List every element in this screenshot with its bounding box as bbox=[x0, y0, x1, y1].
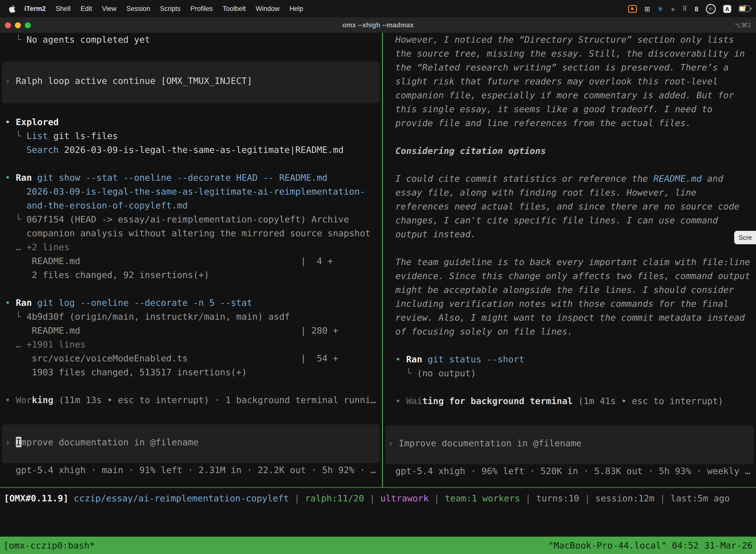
text-segment: However, I noticed the “Directory Struct… bbox=[395, 34, 734, 45]
tmux-session-name: [omx-cczip0:bash* bbox=[3, 540, 95, 551]
window-shortcut-hint: ⌥⌘1 bbox=[734, 21, 751, 29]
omx-session-status-bar: [OMX#0.11.9] cczip/essay/ai-reimplementa… bbox=[0, 493, 756, 507]
terminal-line: However, I noticed the “Directory Struct… bbox=[383, 34, 756, 48]
right-prompt-input[interactable]: › Improve documentation in @filename bbox=[385, 426, 754, 464]
menu-scripts[interactable]: Scripts bbox=[155, 5, 186, 12]
terminal-line: gpt-5.4 xhigh · 96% left · 520K in · 5.8… bbox=[383, 466, 756, 480]
terminal-line: • Explored bbox=[0, 117, 382, 130]
text-segment: Wor bbox=[16, 395, 32, 405]
text-segment: Ran bbox=[406, 354, 422, 365]
apple-menu-icon[interactable] bbox=[9, 5, 15, 13]
text-segment: (11m 13s • esc to interrupt) bbox=[53, 395, 209, 405]
terminal-line: companion file, especially if more comme… bbox=[383, 90, 756, 104]
text-segment: | bbox=[364, 493, 380, 503]
window-title: omx --xhigh --madmax bbox=[0, 21, 756, 29]
menu-help[interactable]: Help bbox=[285, 5, 308, 12]
terminal-content: └ No agents completed yet › Ralph loop a… bbox=[0, 33, 756, 487]
text-segment: Search bbox=[26, 145, 59, 155]
tmux-host-and-time: "MacBook-Pro-44.local" 04:52 31-Mar-26 bbox=[548, 540, 753, 551]
tmux-pane-right[interactable]: However, I noticed the “Directory Struct… bbox=[383, 33, 756, 487]
ralph-loop-banner: › Ralph loop active continue [OMX_TMUX_I… bbox=[2, 62, 380, 103]
menu-window[interactable]: Window bbox=[251, 5, 285, 12]
terminal-line: including verification notes with those … bbox=[383, 298, 756, 312]
terminal-line: › Improve documentation in @filename bbox=[385, 438, 754, 452]
tmux-status-bar: [omx-cczip0:bash* "MacBook-Pro-44.local"… bbox=[0, 537, 756, 554]
text-segment: • bbox=[5, 395, 16, 405]
terminal-line: evidence. Since this change only affects… bbox=[383, 271, 756, 284]
blue-app-icon[interactable]: ✳ bbox=[657, 5, 663, 13]
text-segment: Ralph loop active continue bbox=[16, 75, 161, 86]
terminal-line: Considering citation options bbox=[383, 146, 756, 159]
text-segment: └ bbox=[5, 214, 26, 224]
text-segment: [OMX#0.11.9] bbox=[4, 493, 74, 503]
dark-app-icon[interactable]: ● bbox=[671, 5, 675, 13]
text-segment: README.md bbox=[653, 173, 702, 184]
text-segment: | bbox=[429, 493, 445, 503]
battery-icon[interactable]: ⚡ bbox=[739, 5, 750, 12]
text-segment: session:12m bbox=[595, 493, 654, 503]
text-segment: The team guideline is to back every impo… bbox=[395, 257, 750, 267]
text-segment: No agents completed yet bbox=[26, 34, 150, 45]
terminal-line: gpt-5.4 xhigh · main · 91% left · 2.31M … bbox=[0, 465, 382, 479]
text-segment: README.md | 280 + bbox=[5, 325, 338, 336]
terminal-line: provide file and line references from th… bbox=[383, 118, 756, 131]
text-segment: | bbox=[579, 493, 595, 503]
text-segment: (1m 41s • esc to interrupt) bbox=[573, 396, 723, 406]
input-source-icon[interactable]: A bbox=[723, 5, 731, 13]
terminal-line: └ List git ls-files bbox=[0, 130, 382, 145]
text-segment: · 1 background terminal runni… bbox=[209, 395, 376, 405]
text-segment: king bbox=[32, 395, 53, 405]
text-segment: └ bbox=[5, 311, 26, 322]
battery-tip bbox=[750, 7, 752, 10]
terminal-line: companion analysis without altering the … bbox=[0, 228, 382, 242]
text-segment: I could cite commit statistics or refere… bbox=[395, 173, 653, 184]
text-segment: • bbox=[5, 297, 16, 308]
window-grid-icon[interactable]: ⊞ bbox=[644, 5, 650, 13]
menu-profiles[interactable]: Profiles bbox=[186, 5, 218, 12]
terminal-line bbox=[0, 158, 382, 172]
text-segment: List bbox=[26, 130, 48, 141]
terminal-line: I could cite commit statistics or refere… bbox=[383, 173, 756, 187]
pane-border-horizontal bbox=[0, 487, 756, 488]
text-segment: gpt-5.4 xhigh · main · 91% left · 2.31M … bbox=[5, 465, 376, 475]
menu-view[interactable]: View bbox=[97, 5, 121, 12]
left-prompt-input[interactable]: › Improve documentation in @filename bbox=[2, 425, 380, 463]
dots-grid-icon[interactable]: ⠿ bbox=[682, 5, 687, 12]
text-segment: › bbox=[5, 437, 16, 447]
terminal-line: └ No agents completed yet bbox=[0, 34, 382, 48]
menu-toolbelt[interactable]: Toolbelt bbox=[218, 5, 251, 12]
text-segment: • bbox=[5, 117, 16, 127]
screen-overlay-button[interactable]: Scre bbox=[734, 231, 756, 244]
terminal-line: the “Related research writing” section i… bbox=[383, 62, 756, 76]
terminal-line: … +2 lines bbox=[0, 242, 382, 256]
terminal-line: └ 4b9d30f (origin/main, instructkr/main,… bbox=[0, 311, 382, 325]
text-segment: • bbox=[395, 396, 406, 406]
menu-iterm2[interactable]: iTerm2 bbox=[19, 5, 51, 12]
terminal-line bbox=[383, 243, 756, 257]
terminal-line: • Waiting for background terminal (1m 41… bbox=[383, 396, 756, 409]
window-title-bar[interactable]: omx --xhigh --madmax ⌥⌘1 bbox=[0, 17, 756, 33]
text-segment: 1903 files changed, 513517 insertions(+) bbox=[5, 367, 247, 377]
text-segment: (no output) bbox=[417, 368, 476, 378]
terminal-line: • Ran git status --short bbox=[383, 354, 756, 368]
app-8-icon[interactable]: 8 bbox=[694, 5, 698, 13]
menu-session[interactable]: Session bbox=[121, 5, 155, 12]
record-dot-icon bbox=[631, 7, 633, 10]
screen-recording-icon[interactable] bbox=[628, 5, 637, 13]
text-segment: Wai bbox=[406, 396, 422, 406]
text-segment: references need actual files, and since … bbox=[395, 201, 739, 212]
terminal-line bbox=[0, 283, 382, 297]
right-prompt-text: › Improve documentation in @filename bbox=[385, 438, 754, 452]
text-segment: changes, I can't cite specific file line… bbox=[395, 215, 718, 225]
menu-shell[interactable]: Shell bbox=[51, 5, 76, 12]
terminal-line: src/voice/voiceModeEnabled.ts | 54 + bbox=[0, 353, 382, 367]
terminal-line: › Improve documentation in @filename bbox=[2, 437, 380, 451]
text-segment: companion analysis without altering the … bbox=[5, 228, 371, 238]
gauge-61-icon[interactable]: 61 bbox=[706, 4, 716, 14]
menu-edit[interactable]: Edit bbox=[76, 5, 97, 12]
text-segment: › bbox=[5, 75, 16, 86]
text-segment: [OMX_TMUX_INJECT] bbox=[161, 75, 252, 86]
tmux-pane-left[interactable]: └ No agents completed yet › Ralph loop a… bbox=[0, 33, 382, 487]
text-segment: • bbox=[5, 172, 16, 183]
text-segment: └ bbox=[5, 130, 26, 141]
